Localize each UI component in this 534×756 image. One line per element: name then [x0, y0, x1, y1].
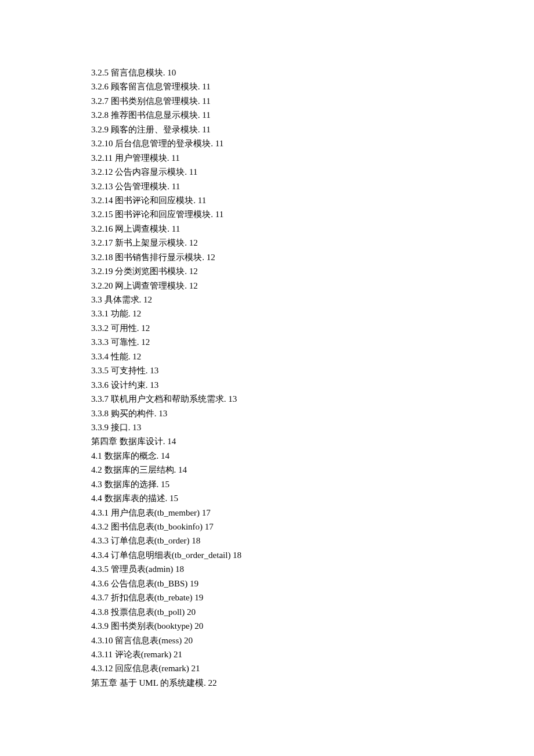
toc-entry: 3.2.19 分类浏览图书模块. 12 — [91, 264, 476, 278]
toc-entry: 3.2.11 用户管理模块. 11 — [91, 151, 476, 165]
toc-entry: 4.3.2 图书信息表(tb_bookinfo) 17 — [91, 520, 476, 534]
toc-entry: 3.2.16 网上调查模块. 11 — [91, 222, 476, 236]
toc-entry: 4.3.9 图书类别表(booktype) 20 — [91, 619, 476, 633]
toc-entry: 3.3.4 性能. 12 — [91, 350, 476, 363]
toc-entry: 3.2.6 顾客留言信息管理模块. 11 — [91, 80, 476, 93]
toc-entry: 3.2.18 图书销售排行显示模块. 12 — [91, 250, 476, 264]
toc-entry: 3.3.6 设计约束. 13 — [91, 378, 476, 392]
toc-entry: 3.2.15 图书评论和回应管理模块. 11 — [91, 207, 476, 221]
toc-entry: 3.3.8 购买的构件. 13 — [91, 406, 476, 420]
toc-entry: 4.3.1 用户信息表(tb_member) 17 — [91, 506, 476, 520]
toc-entry: 3.3.7 联机用户文档和帮助系统需求. 13 — [91, 392, 476, 406]
toc-entry: 4.4 数据库表的描述. 15 — [91, 491, 476, 505]
toc-entry: 3.2.12 公告内容显示模块. 11 — [91, 165, 476, 179]
toc-entry: 3.2.8 推荐图书信息显示模块. 11 — [91, 108, 476, 122]
toc-entry: 4.1 数据库的概念. 14 — [91, 449, 476, 463]
toc-entry: 4.3.8 投票信息表(tb_poll) 20 — [91, 605, 476, 619]
toc-entry: 第四章 数据库设计. 14 — [91, 434, 476, 448]
toc-entry: 4.3.11 评论表(remark) 21 — [91, 647, 476, 661]
toc-entry: 3.2.20 网上调查管理模块. 12 — [91, 279, 476, 293]
toc-entry: 4.3.12 回应信息表(remark) 21 — [91, 661, 476, 675]
toc-entry: 3.3.2 可用性. 12 — [91, 321, 476, 335]
toc-entry: 3.2.5 留言信息模块. 10 — [91, 66, 476, 80]
toc-entry: 4.3.7 折扣信息表(tb_rebate) 19 — [91, 591, 476, 604]
toc-entry: 3.2.17 新书上架显示模块. 12 — [91, 236, 476, 250]
toc-entry: 3.3.1 功能. 12 — [91, 307, 476, 321]
toc-entry: 第五章 基于 UML 的系统建模. 22 — [91, 676, 476, 690]
toc-entry: 4.3.6 公告信息表(tb_BBS) 19 — [91, 577, 476, 591]
toc-entry: 4.3.3 订单信息表(tb_order) 18 — [91, 534, 476, 548]
toc-entry: 3.3.9 接口. 13 — [91, 420, 476, 434]
toc-entry: 3.2.10 后台信息管理的登录模块. 11 — [91, 136, 476, 150]
toc-entry: 3.3.5 可支持性. 13 — [91, 363, 476, 377]
toc-entry: 4.3.5 管理员表(admin) 18 — [91, 562, 476, 576]
toc-entry: 3.2.9 顾客的注册、登录模块. 11 — [91, 123, 476, 136]
toc-entry: 4.3.10 留言信息表(mess) 20 — [91, 633, 476, 647]
toc-entry: 3.3.3 可靠性. 12 — [91, 335, 476, 349]
toc-entry: 4.3 数据库的选择. 15 — [91, 477, 476, 491]
toc-entry: 4.3.4 订单信息明细表(tb_order_detail) 18 — [91, 548, 476, 562]
toc-entry: 3.3 具体需求. 12 — [91, 293, 476, 307]
toc-entry: 3.2.13 公告管理模块. 11 — [91, 179, 476, 193]
table-of-contents: 3.2.5 留言信息模块. 10 3.2.6 顾客留言信息管理模块. 11 3.… — [91, 66, 476, 690]
toc-entry: 3.2.14 图书评论和回应模块. 11 — [91, 193, 476, 207]
toc-entry: 4.2 数据库的三层结构. 14 — [91, 463, 476, 477]
toc-entry: 3.2.7 图书类别信息管理模块. 11 — [91, 94, 476, 108]
